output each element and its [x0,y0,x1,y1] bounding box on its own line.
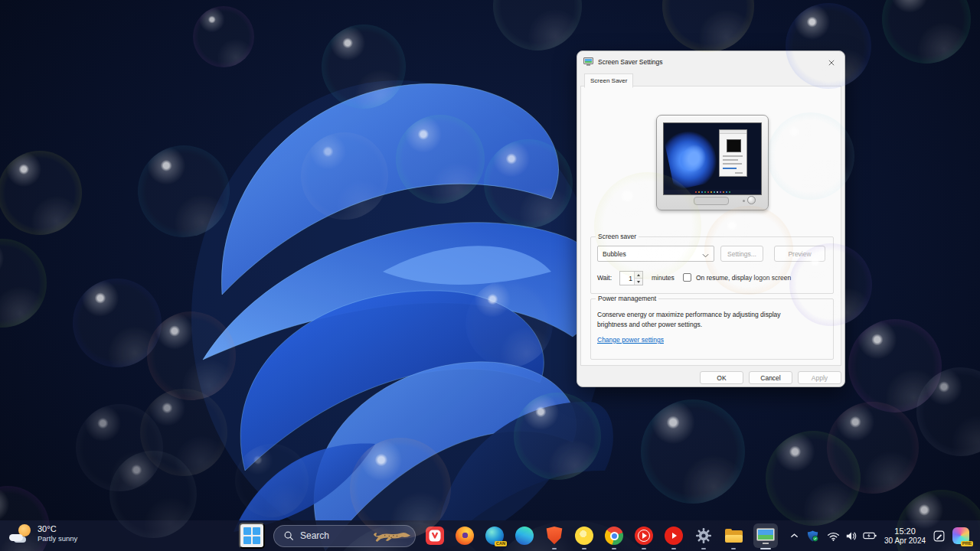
edge-canary-icon: CAN [485,527,504,545]
taskbar-app-edge-canary[interactable]: CAN [484,521,505,550]
arrow-up-icon [637,274,640,276]
folder-icon [725,529,743,543]
resume-logon-label: On resume, display logon screen [696,274,791,282]
screensaver-bubble [882,0,971,64]
start-button[interactable] [239,523,265,549]
preview-mini-screen [727,139,741,152]
close-button[interactable] [824,56,839,69]
power-management-group: Power management Conserve energy or maxi… [590,298,834,360]
close-icon [828,59,835,67]
monitor-led [743,200,745,202]
chevron-up-icon [790,533,799,539]
window-titlebar[interactable]: Screen Saver Settings [577,51,844,72]
copilot-preview-badge: PRE [961,541,973,546]
screensaver-preview-monitor [656,115,769,210]
taskbar-app-brave[interactable] [544,521,565,550]
security-shield-icon [806,530,819,543]
apply-button[interactable]: Apply [798,371,841,384]
screensaver-bubble [848,319,942,412]
wifi-icon [827,530,840,542]
weather-condition: Partly sunny [38,534,77,543]
tray-clock[interactable]: 15:20 30 Apr 2024 [884,527,926,545]
preview-mini-dialog [719,129,747,177]
search-box[interactable]: Search [273,525,416,547]
running-indicator [612,548,616,550]
taskbar-app-settings[interactable] [693,521,714,550]
arrow-down-icon [637,281,640,283]
tab-label: Screen Saver [590,77,627,84]
weather-temperature: 30°C [38,524,77,534]
taskbar-app-edge[interactable] [514,521,535,550]
youtube-music-icon [635,527,653,545]
resume-logon-checkbox[interactable] [683,273,691,282]
cancel-button[interactable]: Cancel [749,371,792,384]
screen-saver-settings-window: Screen Saver Settings Screen Saver [577,51,845,387]
search-icon [283,530,294,541]
battery-icon [863,531,877,540]
chevron-down-icon [702,252,709,259]
preview-button[interactable]: Preview [774,246,825,262]
gear-icon [694,527,713,545]
tray-date: 30 Apr 2024 [884,536,926,546]
system-tray: 15:20 30 Apr 2024 PRE [790,520,980,551]
monitor-stand-slot [694,197,729,205]
taskbar-app-youtube[interactable] [663,521,684,550]
pen-icon [933,530,945,542]
settings-button-label: Settings... [727,250,756,258]
wait-spin-down[interactable] [635,278,642,285]
group-label: Screen saver [596,233,639,240]
taskbar-app-chrome-canary[interactable] [573,521,595,550]
running-indicator [671,548,676,550]
edge-canary-badge: CAN [495,541,507,546]
cancel-button-label: Cancel [760,374,780,382]
settings-button[interactable]: Settings... [720,246,763,262]
windows-logo-icon [243,527,260,544]
running-indicator [552,548,557,550]
copilot-button[interactable]: PRE [952,527,969,544]
search-label: Search [300,530,329,541]
screensaver-bubble [0,151,82,235]
quick-settings-group[interactable] [827,530,877,542]
wait-spin-up[interactable] [635,272,642,278]
wait-value: 1 [620,272,634,285]
running-indicator [731,548,736,550]
screensaver-bubble [641,399,745,504]
wallpaper-bloom [191,42,620,551]
screensaver-dropdown-value: Bubbles [603,250,626,258]
taskbar-app-vivaldi[interactable] [424,521,446,550]
taskbar-app-screen-saver-settings[interactable] [753,521,779,550]
taskbar-center: Search CAN [239,520,779,551]
weather-widget[interactable]: 30°C Partly sunny [9,523,77,543]
taskbar-app-firefox[interactable] [454,521,475,550]
running-indicator [582,548,586,550]
screensaver-bubble [766,431,861,526]
tab-screen-saver[interactable]: Screen Saver [584,73,633,88]
taskbar-app-file-explorer[interactable] [723,521,744,550]
monitor-power-button [747,196,756,204]
preview-button-label: Preview [788,250,811,258]
chrome-icon [605,527,623,545]
taskbar-app-chrome[interactable] [603,521,625,550]
ok-button[interactable]: OK [700,371,743,384]
chrome-canary-icon [575,527,593,545]
wait-spinner[interactable]: 1 [619,271,643,285]
ok-button-label: OK [717,374,726,382]
screensaver-app-icon [756,528,775,544]
running-indicator [642,548,646,550]
apply-button-label: Apply [812,374,828,382]
running-indicator [701,548,706,550]
pen-menu-button[interactable] [933,530,945,542]
screensaver-dropdown[interactable]: Bubbles [597,246,714,262]
taskbar-app-youtube-music[interactable] [633,521,655,550]
screensaver-bubble [76,404,163,491]
running-indicator-active [760,548,771,550]
tray-chevron-button[interactable] [790,533,799,539]
screensaver-bubble [662,0,754,52]
partly-sunny-icon [9,523,32,543]
security-shield-button[interactable] [806,530,819,543]
change-power-settings-link[interactable]: Change power settings [597,336,664,344]
brave-icon [545,527,564,545]
screensaver-bubble [73,279,162,367]
edge-icon [515,527,534,545]
tab-panel: Screen saver Bubbles Settings... Preview… [580,86,841,366]
